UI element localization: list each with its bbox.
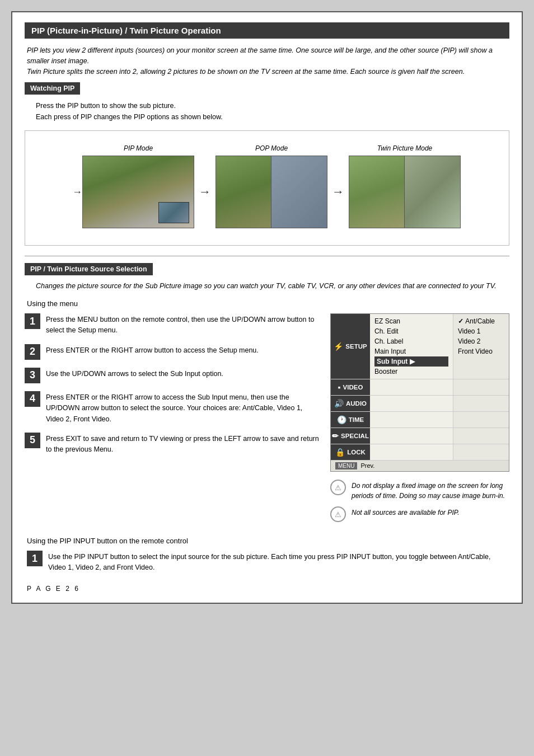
note-icon-inner-1: ⚠ (335, 483, 341, 492)
step-text-1: Press the MENU button on the remote cont… (46, 313, 319, 336)
arrow-2: → (332, 173, 344, 199)
note-row-1: ⚠ Do not display a fixed image on the sc… (330, 480, 509, 501)
page: PIP (Picture-in-Picture) / Twin Picture … (11, 11, 523, 604)
step-num-4: 4 (25, 391, 40, 407)
tv-menu-setup-row: ⚡ SETUP EZ Scan Ch. Edit Ch. Label Main … (331, 314, 509, 379)
setup-icon: ⚡ (334, 342, 343, 351)
pip-input-step-num: 1 (27, 551, 43, 566)
submenu-video1: Video 1 (458, 326, 504, 336)
tv-menu-lock-items (370, 444, 453, 460)
watching-pip-header-bar: Watching PIP (25, 82, 509, 100)
twin-section-header: PIP / Twin Picture Source Selection (25, 263, 153, 275)
step-num-5: 5 (25, 433, 40, 448)
pop-mode-image-wrapper (216, 156, 327, 228)
tv-menu-video-submenu (453, 379, 509, 395)
tv-menu-lock-row: 🔒 LOCK (331, 444, 509, 461)
step-num-3: 3 (25, 368, 40, 383)
watching-pip-header: Watching PIP (25, 82, 80, 95)
tv-menu-audio-submenu (453, 396, 509, 411)
tv-menu-sub-input-submenu: Ant/Cable Video 1 Video 2 Front Video (453, 314, 509, 379)
intro-text: PIP lets you view 2 different inputs (so… (25, 45, 509, 77)
time-label: TIME (349, 416, 364, 423)
twin-mode-label: Twin Picture Mode (377, 144, 432, 152)
tv-menu-special-row: ✏ SPECIAL (331, 428, 509, 444)
tv-menu-time-items (370, 412, 453, 428)
pip-left-arrow: → (72, 186, 82, 198)
note-text-2: Not all sources are available for PIP. (352, 506, 460, 518)
twin-left (349, 156, 405, 228)
page-title: PIP (Picture-in-Picture) / Twin Picture … (25, 22, 509, 39)
twin-right (405, 156, 460, 228)
tv-menu-time-row: 🕐 TIME (331, 412, 509, 428)
pop-mode-image (216, 156, 327, 228)
step-num-1: 1 (25, 313, 40, 329)
step-row-2: 2 Press ENTER or the RIGHT arrow button … (25, 344, 319, 360)
step-text-2: Press ENTER or the RIGHT arrow button to… (46, 344, 259, 356)
tv-menu-special-icon: ✏ SPECIAL (331, 428, 370, 444)
audio-icon: 🔊 (334, 399, 344, 408)
audio-label: AUDIO (346, 400, 367, 407)
special-label: SPECIAL (341, 433, 369, 439)
step-text-5: Press EXIT to save and return to TV view… (46, 433, 319, 456)
submenu-video2: Video 2 (458, 336, 504, 346)
intro-line1: PIP lets you view 2 different inputs (so… (27, 46, 493, 65)
tv-menu-lock-submenu (453, 444, 509, 460)
tv-menu-special-items (370, 428, 453, 444)
pip-mode-label: PIP Mode (124, 144, 153, 152)
watching-pip-text: Press the PIP button to show the sub pic… (36, 100, 509, 123)
note-icon-2: ⚠ (330, 506, 346, 522)
menu-footer-prev: Prev. (360, 462, 374, 469)
note-icon-inner-2: ⚠ (335, 510, 341, 519)
pop-left (216, 156, 271, 228)
menu-item-ch-edit: Ch. Edit (374, 326, 448, 336)
intro-line2: Twin Picture splits the screen into 2, a… (27, 68, 465, 76)
step-num-2: 2 (25, 344, 40, 360)
menu-item-booster: Booster (374, 367, 448, 377)
pip-images-container: PIP Mode → → POP Mode (25, 130, 509, 246)
pip-mode-block: PIP Mode → (82, 144, 194, 228)
tv-menu-setup-items: EZ Scan Ch. Edit Ch. Label Main Input Su… (370, 314, 453, 379)
watching-pip-line1: Press the PIP button to show the sub pic… (36, 100, 509, 111)
arrow-1: → (199, 173, 211, 199)
step-row-5: 5 Press EXIT to save and return to TV vi… (25, 433, 319, 456)
menu-footer-menu-btn: MENU (335, 462, 357, 469)
menu-column: ⚡ SETUP EZ Scan Ch. Edit Ch. Label Main … (330, 313, 509, 528)
step-text-3: Use the UP/DOWN arrows to select the Sub… (46, 368, 223, 379)
tv-menu-video-row: ▪ VIDEO (331, 379, 509, 396)
using-menu-label: Using the menu (27, 299, 509, 308)
menu-item-main-input: Main Input (374, 346, 448, 356)
pip-input-step-text: Use the PIP INPUT button to select the i… (48, 551, 509, 574)
tv-menu-video-icon: ▪ VIDEO (331, 379, 370, 395)
note-icon-1: ⚠ (330, 480, 346, 495)
watching-pip-line2: Each press of PIP changes the PIP option… (36, 111, 509, 123)
pop-right (271, 156, 327, 228)
tv-menu-audio-items (370, 396, 453, 411)
two-col-layout: 1 Press the MENU button on the remote co… (25, 313, 509, 528)
tv-menu: ⚡ SETUP EZ Scan Ch. Edit Ch. Label Main … (330, 313, 509, 472)
tv-menu-time-submenu (453, 412, 509, 428)
pip-inset-image (158, 202, 189, 223)
menu-item-ez-scan: EZ Scan (374, 316, 448, 326)
menu-item-ch-label: Ch. Label (374, 336, 448, 346)
steps-column: 1 Press the MENU button on the remote co… (25, 313, 319, 463)
note-row-2: ⚠ Not all sources are available for PIP. (330, 506, 509, 522)
notes-column: ⚠ Do not display a fixed image on the sc… (330, 480, 509, 522)
note-text-1: Do not display a fixed image on the scre… (352, 480, 509, 501)
special-icon: ✏ (332, 431, 339, 440)
twin-section-desc: Changes the picture source for the Sub P… (36, 281, 509, 292)
video-label: VIDEO (343, 384, 363, 391)
video-icon: ▪ (338, 383, 341, 392)
tv-menu-time-icon: 🕐 TIME (331, 412, 370, 428)
twin-section-header-bar: PIP / Twin Picture Source Selection (25, 263, 509, 281)
tv-menu-audio-icon: 🔊 AUDIO (331, 396, 370, 411)
using-pip-input-label: Using the PIP INPUT button on the remote… (27, 537, 507, 545)
submenu-front-video: Front Video (458, 346, 504, 356)
lock-label: LOCK (347, 449, 366, 456)
menu-item-sub-input: Sub Input ▶ (374, 356, 448, 367)
twin-mode-block: Twin Picture Mode (349, 144, 461, 228)
pip-modes-row: PIP Mode → → POP Mode (39, 144, 504, 228)
submenu-ant-cable: Ant/Cable (458, 316, 504, 326)
pip-input-step-row: 1 Use the PIP INPUT button to select the… (27, 551, 509, 574)
step-row-3: 3 Use the UP/DOWN arrows to select the S… (25, 368, 319, 383)
lock-icon: 🔒 (335, 448, 345, 457)
